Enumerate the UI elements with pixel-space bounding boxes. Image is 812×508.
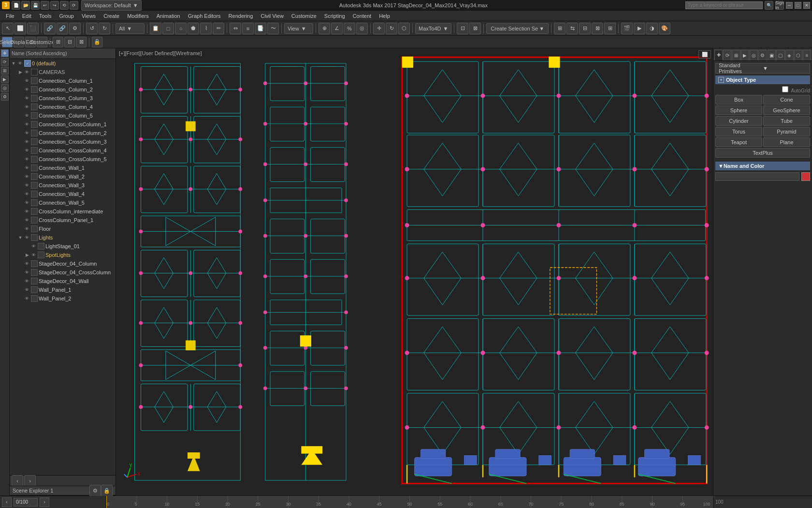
maximize-btn[interactable]: □	[795, 2, 801, 9]
view-dropdown[interactable]: View ▼	[284, 23, 313, 34]
menu-civil-view[interactable]: Civil View	[257, 12, 287, 20]
tree-item-conn-wall-1[interactable]: 👁 Connection_Wall_1	[10, 164, 116, 172]
render-btn[interactable]: ▶	[634, 23, 645, 34]
scene-explorer-settings-btn[interactable]: ⚙	[89, 485, 101, 496]
left-create-btn[interactable]: ✚	[1, 49, 9, 57]
expand-arrow-lights[interactable]: ▼	[17, 235, 23, 240]
tree-item-conn-col-3[interactable]: 👁 Connection_Column_3	[10, 94, 116, 103]
obj-type-cylinder[interactable]: Cylinder	[715, 116, 762, 126]
rpanel-tab-hierarchy[interactable]: ⊞	[732, 50, 740, 60]
obj-type-pyramid[interactable]: Pyramid	[763, 127, 810, 136]
tree-item-stagedecor-col[interactable]: 👁 StageDecor_04_Column	[10, 259, 116, 268]
menu-content[interactable]: Content	[349, 12, 376, 20]
tree-item-conn-wall-3[interactable]: 👁 Connection_Wall_3	[10, 181, 116, 190]
tree-item-wall-panel-2[interactable]: 👁 Wall_Panel_2	[10, 294, 116, 303]
render-setup-btn[interactable]: 🎬	[621, 23, 633, 34]
obj-type-geosphere[interactable]: GeoSphere	[763, 105, 810, 115]
expand-arrow-cameras[interactable]: ▶	[17, 70, 23, 75]
tree-item-stagedecor-wall[interactable]: 👁 StageDecor_04_Wall	[10, 277, 116, 285]
rpanel-tab-extra4[interactable]: ⬡	[794, 50, 802, 60]
sign-in-btn[interactable]: Sign In	[775, 1, 784, 10]
left-modify-btn[interactable]: ⟳	[1, 58, 9, 66]
angle-snap-btn[interactable]: ∠	[331, 23, 343, 34]
redo-scene-btn[interactable]: ⟳	[70, 1, 78, 10]
eye-icon-conn-col-2[interactable]: 👁	[23, 86, 30, 93]
eye-icon-spotlights[interactable]: 👁	[30, 252, 37, 258]
window-crossing-btn[interactable]: ⬛	[27, 23, 39, 34]
close-btn[interactable]: ✕	[803, 2, 810, 9]
obj-type-textplus[interactable]: TextPlus	[715, 148, 810, 158]
material-editor-btn[interactable]: 🎨	[659, 23, 670, 34]
eye-icon-crosscol-panel-1[interactable]: 👁	[23, 217, 30, 224]
eye-icon-wall-panel-2[interactable]: 👁	[23, 295, 30, 302]
tree-item-cameras[interactable]: ▶ 👁 CAMERAS	[10, 68, 116, 76]
tree-item-conn-col-4[interactable]: 👁 Connection_Column_4	[10, 103, 116, 111]
tree-item-conn-wall-2[interactable]: 👁 Connection_Wall_2	[10, 172, 116, 181]
undo-btn[interactable]: ↩	[41, 1, 49, 10]
tree-item-default[interactable]: ▼ 👁 ✓ 0 (default)	[10, 59, 116, 68]
eye-icon-conn-col-1[interactable]: 👁	[23, 77, 30, 84]
menu-modifiers[interactable]: Modifiers	[123, 12, 153, 20]
scene-next-btn[interactable]: ›	[24, 475, 36, 487]
none-btn[interactable]: ⊟	[64, 37, 75, 47]
tree-item-stagedecor-crosscol[interactable]: 👁 StageDecor_04_CrossColumn	[10, 268, 116, 277]
menu-rendering[interactable]: Rendering	[225, 12, 257, 20]
select-region-lasso-btn[interactable]: ⌇	[200, 23, 212, 34]
eye-icon-conn-cross-col-1[interactable]: 👁	[23, 121, 30, 128]
use-pivot-btn[interactable]: ⊡	[457, 23, 468, 34]
eye-icon-conn-wall-1[interactable]: 👁	[23, 164, 30, 171]
mirror-btn[interactable]: ⇔	[230, 23, 241, 34]
eye-icon-cameras[interactable]: 👁	[23, 69, 30, 75]
search-input[interactable]	[685, 1, 763, 9]
minimize-btn[interactable]: ─	[786, 2, 793, 9]
left-display-btn[interactable]: ◎	[1, 84, 9, 92]
rpanel-tab-extra2[interactable]: ▢	[776, 50, 784, 60]
create-selection-btn[interactable]: Create Selection Se ▼	[486, 23, 549, 34]
filter-dropdown[interactable]: All ▼	[116, 23, 145, 34]
eye-icon-wall-panel-1[interactable]: 👁	[23, 286, 30, 293]
named-selections-btn[interactable]: ⊞	[554, 23, 566, 34]
percent-snap-btn[interactable]: %	[344, 23, 355, 34]
eye-icon-conn-col-4[interactable]: 👁	[23, 104, 30, 110]
tree-item-conn-cross-col-3[interactable]: 👁 Connection_CrossColumn_3	[10, 137, 116, 146]
frame-counter[interactable]: 0 / 100	[14, 498, 38, 507]
primitives-dropdown[interactable]: Standard Primitives ▼	[715, 63, 810, 74]
obj-type-plane[interactable]: Plane	[763, 137, 810, 147]
pivot-options-btn[interactable]: ⊠	[469, 23, 481, 34]
spinner-snap-btn[interactable]: ◎	[356, 23, 368, 34]
select-region-fence-btn[interactable]: ⬟	[188, 23, 199, 34]
left-utilities-btn[interactable]: ⚙	[1, 93, 9, 101]
eye-icon-conn-wall-2[interactable]: 👁	[23, 173, 30, 180]
tree-item-crosscol-panel-1[interactable]: 👁 CrossColumn_Panel_1	[10, 216, 116, 224]
rotate-btn[interactable]: ↻	[386, 23, 397, 34]
menu-views[interactable]: Views	[78, 12, 100, 20]
left-hierarchy-btn[interactable]: ⊞	[1, 67, 9, 75]
timeline-center[interactable]: 0 5 10 15 20 25 30 35 40 45 50 55 60 65 …	[106, 496, 713, 508]
eye-icon-conn-wall-3[interactable]: 👁	[23, 182, 30, 189]
eye-icon-lightstage-01[interactable]: 👁	[30, 243, 37, 250]
display-tab[interactable]: Display	[14, 37, 24, 47]
eye-icon-default[interactable]: 👁	[16, 60, 23, 67]
redo-btn[interactable]: ↪	[50, 1, 59, 10]
tree-item-conn-col-5[interactable]: 👁 Connection_Column_5	[10, 111, 116, 120]
scene-explorer-lock-btn[interactable]: 🔒	[101, 485, 113, 496]
invert-btn[interactable]: ⊠	[76, 37, 87, 47]
save-btn[interactable]: 💾	[31, 1, 40, 10]
tree-item-lightstage-01[interactable]: 👁 LightStage_01	[10, 242, 116, 251]
eye-icon-conn-wall-4[interactable]: 👁	[23, 191, 30, 197]
curve-editor-btn[interactable]: 〜	[267, 23, 279, 34]
redo-move-btn[interactable]: ↻	[99, 23, 110, 34]
eye-icon-conn-cross-col-5[interactable]: 👁	[23, 156, 30, 163]
expand-arrow-default[interactable]: ▼	[11, 61, 16, 66]
select-region-circle-btn[interactable]: ○	[175, 23, 187, 34]
search-icon[interactable]: 🔍	[765, 1, 773, 10]
select-object-btn[interactable]: ↖	[2, 23, 14, 34]
align-btn[interactable]: ≡	[242, 23, 254, 34]
rpanel-tab-display[interactable]: ◎	[750, 50, 758, 60]
eye-icon-floor[interactable]: 👁	[23, 225, 30, 232]
layer-manager-btn[interactable]: 📑	[255, 23, 266, 34]
rpanel-tab-create[interactable]: ✚	[714, 50, 723, 60]
new-btn[interactable]: 📄	[12, 1, 20, 10]
open-btn[interactable]: 📂	[21, 1, 30, 10]
rpanel-tab-extra5[interactable]: ≡	[803, 50, 811, 60]
